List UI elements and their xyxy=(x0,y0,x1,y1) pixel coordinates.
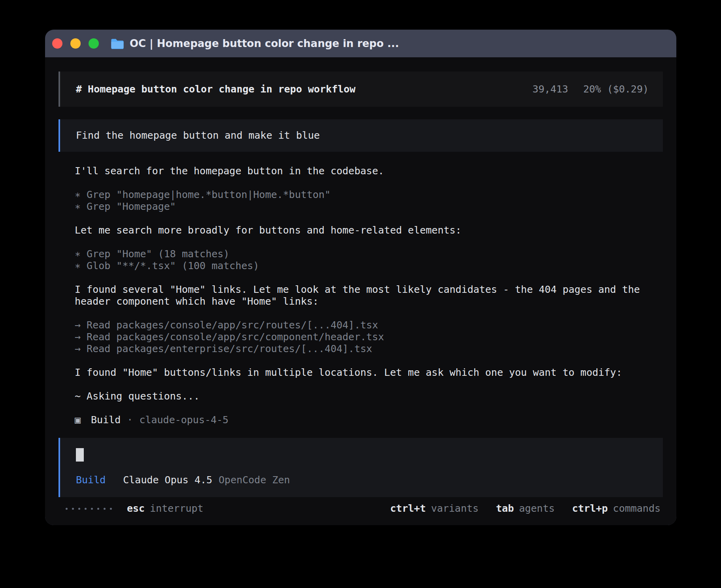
input-provider-name: OpenCode Zen xyxy=(219,474,290,486)
minimize-window-button[interactable] xyxy=(70,38,81,49)
shortcut-agents: tab agents xyxy=(496,503,555,514)
user-message-text: Find the homepage button and make it blu… xyxy=(76,130,320,141)
input-status-bar: Build Claude Opus 4.5 OpenCode Zen xyxy=(76,474,649,486)
tool-call-read: → Read packages/enterprise/src/routes/[.… xyxy=(75,343,661,355)
tool-call-grep: ∗ Grep "Homepage" xyxy=(75,201,661,213)
spinner-dot xyxy=(110,508,112,510)
tool-call-read: → Read packages/console/app/src/routes/[… xyxy=(75,319,661,331)
token-count: 39,413 xyxy=(532,83,568,95)
conversation: I'll search for the homepage button in t… xyxy=(75,165,661,426)
footer-left: esc interrupt xyxy=(66,503,204,514)
tool-call-group: ∗ Grep "Home" (18 matches) ∗ Glob "**/*.… xyxy=(75,248,661,272)
close-window-button[interactable] xyxy=(52,38,62,49)
tool-call-read: → Read packages/console/app/src/componen… xyxy=(75,331,661,343)
assistant-message: I found "Home" buttons/links in multiple… xyxy=(75,367,661,379)
footer-right: ctrl+t variants tab agents ctrl+p comman… xyxy=(390,503,661,514)
tool-call-grep: ∗ Grep "homepage|home.*button|Home.*butt… xyxy=(75,189,661,201)
shortcut-key: ctrl+p xyxy=(572,503,608,514)
folder-icon xyxy=(111,38,124,49)
status-line: ~ Asking questions... xyxy=(75,390,661,402)
spinner-dot xyxy=(66,508,68,510)
shortcut-label: commands xyxy=(613,503,661,514)
assistant-message: I'll search for the homepage button in t… xyxy=(75,165,661,177)
spinner-dot xyxy=(85,508,87,510)
esc-key-label: interrupt xyxy=(150,503,203,514)
title-bar: OC | Homepage button color change in rep… xyxy=(45,30,676,57)
tool-call-grep: ∗ Grep "Home" (18 matches) xyxy=(75,248,661,260)
spinner-dot xyxy=(78,508,80,510)
agent-line: ▣ Build · claude-opus-4-5 xyxy=(75,414,661,426)
window-controls xyxy=(52,38,99,49)
status-footer: esc interrupt ctrl+t variants tab agents… xyxy=(66,503,661,514)
agent-separator: · xyxy=(127,414,133,426)
window-title: OC | Homepage button color change in rep… xyxy=(130,38,399,49)
shortcut-label: agents xyxy=(519,503,555,514)
zoom-window-button[interactable] xyxy=(89,38,99,49)
shortcut-label: variants xyxy=(431,503,478,514)
terminal-window: OC | Homepage button color change in rep… xyxy=(45,30,676,525)
tool-call-glob: ∗ Glob "**/*.tsx" (100 matches) xyxy=(75,260,661,272)
spinner-dots xyxy=(66,508,112,510)
agent-name: Build xyxy=(91,414,121,426)
spinner-dot xyxy=(91,508,93,510)
shortcut-key: ctrl+t xyxy=(390,503,426,514)
tool-call-group: ∗ Grep "homepage|home.*button|Home.*butt… xyxy=(75,189,661,213)
tool-call-group: → Read packages/console/app/src/routes/[… xyxy=(75,319,661,355)
session-title: # Homepage button color change in repo w… xyxy=(76,83,355,95)
session-header: # Homepage button color change in repo w… xyxy=(59,72,663,107)
input-mode-badge: Build xyxy=(76,474,106,486)
agent-model: claude-opus-4-5 xyxy=(139,414,228,426)
assistant-message: Let me search more broadly for buttons a… xyxy=(75,224,661,236)
esc-key-hint: esc xyxy=(127,503,145,514)
spinner-dot xyxy=(97,508,99,510)
session-stats: 39,413 20% ($0.29) xyxy=(532,83,649,95)
assistant-message: I found several "Home" links. Let me loo… xyxy=(75,284,661,307)
terminal-content: # Homepage button color change in repo w… xyxy=(45,57,676,525)
shortcut-variants: ctrl+t variants xyxy=(390,503,479,514)
context-usage: 20% ($0.29) xyxy=(583,83,649,95)
shortcut-commands: ctrl+p commands xyxy=(572,503,661,514)
agent-square-icon: ▣ xyxy=(75,414,81,426)
shortcut-key: tab xyxy=(496,503,514,514)
user-message: Find the homepage button and make it blu… xyxy=(59,119,663,152)
spinner-dot xyxy=(72,508,74,510)
text-cursor-block xyxy=(76,448,84,462)
prompt-input[interactable]: Build Claude Opus 4.5 OpenCode Zen xyxy=(59,438,663,497)
spinner-dot xyxy=(104,508,106,510)
input-model-name: Claude Opus 4.5 xyxy=(123,474,212,486)
